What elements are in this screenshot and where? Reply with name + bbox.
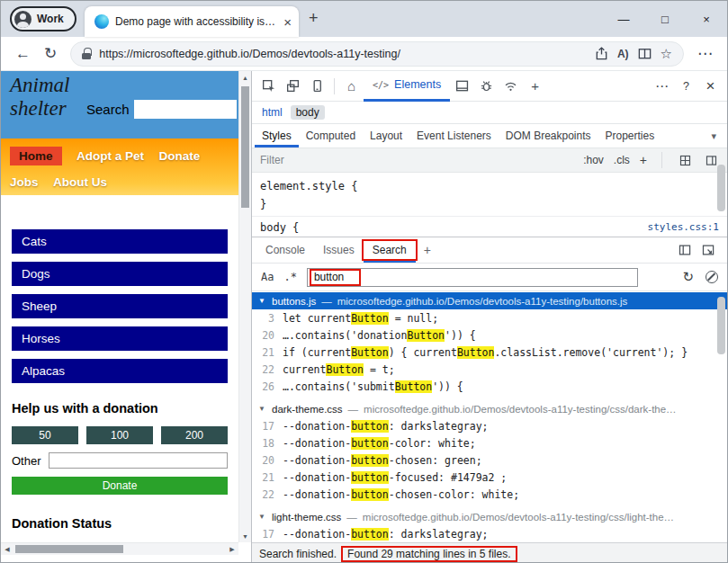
body-style-rule[interactable]: body { xyxy=(260,219,299,237)
collapse-triangle-icon[interactable]: ▼ xyxy=(258,405,266,413)
scroll-right-icon[interactable]: ▶ xyxy=(226,543,238,556)
result-file-header[interactable]: ▼ light-theme.css — microsoftedge.github… xyxy=(252,508,727,525)
search-refresh-icon[interactable]: ↻ xyxy=(682,269,694,285)
result-line[interactable]: 20 --donation-button-chosen: green; xyxy=(252,451,727,469)
nav-item-donate[interactable]: Donate xyxy=(158,149,200,163)
result-file-header[interactable]: ▼ buttons.js — microsoftedge.github.io/D… xyxy=(252,292,727,309)
element-style-rule[interactable]: element.style { xyxy=(252,177,727,195)
other-amount-input[interactable] xyxy=(49,452,228,469)
share-icon[interactable] xyxy=(594,46,609,61)
add-drawer-tab-icon[interactable]: + xyxy=(416,237,439,263)
styles-scrollbar-thumb[interactable] xyxy=(717,165,725,211)
nav-item-about[interactable]: About Us xyxy=(53,175,107,189)
result-line[interactable]: 17 --donation-button: darkslategray; xyxy=(252,417,727,434)
url-box[interactable]: https://microsoftedge.github.io/Demos/de… xyxy=(70,41,684,67)
tab-computed[interactable]: Computed xyxy=(299,124,363,147)
refresh-button[interactable]: ↻ xyxy=(44,46,57,61)
animal-button-cats[interactable]: Cats xyxy=(12,229,228,254)
devtools-close-icon[interactable]: × xyxy=(698,74,723,98)
tab-console[interactable]: Console xyxy=(256,237,314,263)
tab-properties[interactable]: Properties xyxy=(598,124,662,147)
help-icon[interactable]: ? xyxy=(674,74,698,98)
regex-toggle[interactable]: .* xyxy=(283,271,296,283)
favorite-star-icon[interactable]: ☆ xyxy=(661,46,672,62)
nav-item-jobs[interactable]: Jobs xyxy=(10,175,39,189)
result-line[interactable]: 21 --donation-button-focused: #1479a2 ; xyxy=(252,469,727,486)
back-button[interactable]: ← xyxy=(15,46,31,61)
scroll-left-icon[interactable]: ◀ xyxy=(1,543,13,556)
amount-200-button[interactable]: 200 xyxy=(161,426,228,444)
tab-styles[interactable]: Styles xyxy=(255,124,299,147)
tab-dom-breakpoints[interactable]: DOM Breakpoints xyxy=(499,124,598,147)
vertical-scroll-thumb[interactable] xyxy=(241,86,249,208)
result-line[interactable]: 21 if (currentButton) { currentButton.cl… xyxy=(252,344,727,361)
grid-overlay-icon[interactable] xyxy=(677,152,693,168)
scroll-down-icon[interactable]: ▼ xyxy=(239,530,251,542)
chevron-down-icon[interactable]: ▾ xyxy=(703,124,724,147)
profile-button[interactable]: Work xyxy=(10,6,76,31)
toggle-hover-state-button[interactable]: :hov xyxy=(583,154,604,166)
device-emulation-icon[interactable] xyxy=(281,74,305,98)
debugger-bug-icon[interactable] xyxy=(474,74,499,98)
breadcrumb-body[interactable]: body xyxy=(291,105,325,120)
url-text[interactable]: https://microsoftedge.github.io/Demos/de… xyxy=(99,48,586,60)
clear-search-icon[interactable] xyxy=(706,271,718,283)
donate-button[interactable]: Donate xyxy=(12,477,228,495)
horizontal-scroll-thumb[interactable] xyxy=(15,545,123,553)
result-line[interactable]: 22 currentButton = t; xyxy=(252,361,727,378)
minimize-button[interactable]: — xyxy=(603,1,644,37)
tab-elements[interactable]: </> Elements xyxy=(364,71,450,102)
tab-search[interactable]: Search xyxy=(364,237,416,263)
animal-button-horses[interactable]: Horses xyxy=(12,326,228,351)
devtools-more-icon[interactable]: ⋯ xyxy=(650,74,674,98)
results-scrollbar-thumb[interactable] xyxy=(717,297,725,354)
maximize-button[interactable]: □ xyxy=(644,1,686,37)
new-tab-button[interactable]: + xyxy=(309,9,319,28)
tab-issues[interactable]: Issues xyxy=(314,237,364,263)
nav-item-home[interactable]: Home xyxy=(10,147,62,165)
search-query-input[interactable]: button xyxy=(307,268,638,287)
split-screen-icon[interactable] xyxy=(637,46,652,61)
home-icon[interactable]: ⌂ xyxy=(339,74,364,98)
site-search-input[interactable] xyxy=(134,100,237,119)
drawer-panel-icon[interactable] xyxy=(450,74,474,98)
nav-item-adopt[interactable]: Adopt a Pet xyxy=(76,149,144,163)
amount-100-button[interactable]: 100 xyxy=(86,426,153,444)
browser-more-icon[interactable]: ⋯ xyxy=(697,46,713,61)
window-close-button[interactable]: × xyxy=(686,1,727,37)
result-line[interactable]: 22 --donation-button-chosen-color: white… xyxy=(252,486,727,503)
toggle-class-button[interactable]: .cls xyxy=(614,154,630,166)
animal-button-sheep[interactable]: Sheep xyxy=(12,294,228,318)
scroll-up-icon[interactable]: ▲ xyxy=(239,71,251,84)
result-line[interactable]: 3 let currentButton = null; xyxy=(252,309,727,326)
page-vertical-scrollbar[interactable]: ▲ ▼ xyxy=(238,71,251,542)
amount-50-button[interactable]: 50 xyxy=(12,426,78,444)
result-line[interactable]: 18 --donation-button-color: white; xyxy=(252,434,727,451)
result-line[interactable]: 26 ….contains('submitButton')) { xyxy=(252,378,727,395)
result-file-header[interactable]: ▼ dark-theme.css — microsoftedge.github.… xyxy=(252,400,727,417)
match-case-toggle[interactable]: Aa xyxy=(261,271,274,283)
animal-button-dogs[interactable]: Dogs xyxy=(12,262,228,286)
read-aloud-icon[interactable]: A) xyxy=(617,48,629,60)
new-style-rule-icon[interactable]: + xyxy=(640,153,647,167)
computed-sidebar-icon[interactable] xyxy=(703,152,719,168)
browser-tab[interactable]: Demo page with accessibility issues × xyxy=(85,6,299,37)
collapse-triangle-icon[interactable]: ▼ xyxy=(258,513,266,521)
page-horizontal-scrollbar[interactable]: ◀ ▶ xyxy=(1,542,238,555)
stylesheet-source-link[interactable]: styles.css:1 xyxy=(648,219,719,237)
tab-layout[interactable]: Layout xyxy=(363,124,409,147)
mobile-device-icon[interactable] xyxy=(305,74,329,98)
inspect-element-icon[interactable] xyxy=(256,74,281,98)
styles-filter-input[interactable] xyxy=(260,154,573,166)
tab-event-listeners[interactable]: Event Listeners xyxy=(409,124,499,147)
network-wifi-icon[interactable] xyxy=(499,74,523,98)
result-line[interactable]: 20 ….contains('donationButton')) { xyxy=(252,326,727,344)
tab-close-icon[interactable]: × xyxy=(283,15,292,29)
collapse-triangle-icon[interactable]: ▼ xyxy=(258,297,266,305)
breadcrumb-html[interactable]: html xyxy=(262,106,283,119)
animal-button-alpacas[interactable]: Alpacas xyxy=(12,359,228,383)
console-sidebar-icon[interactable] xyxy=(677,242,693,258)
expand-drawer-icon[interactable] xyxy=(700,242,716,258)
result-line[interactable]: 17 --donation-button: darkslategray; xyxy=(252,525,727,542)
add-panel-icon[interactable]: + xyxy=(523,74,547,98)
